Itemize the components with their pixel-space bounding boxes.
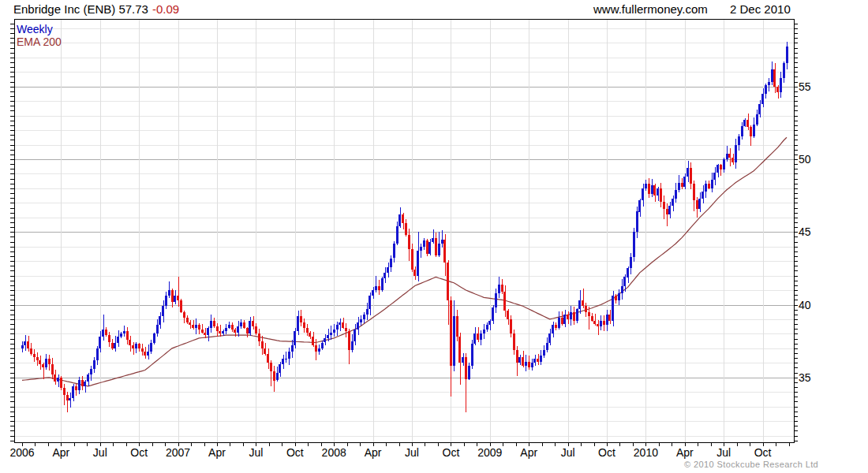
y-axis-label: 55 bbox=[799, 80, 811, 93]
x-axis-label: Apr bbox=[365, 446, 382, 459]
x-axis-label: 2006 bbox=[9, 446, 34, 459]
x-axis-label: Jul bbox=[561, 446, 575, 459]
x-axis-label: Apr bbox=[676, 446, 694, 459]
x-axis-label: 2008 bbox=[322, 446, 346, 459]
x-axis-label: Oct bbox=[443, 446, 460, 459]
x-axis-label: Jul bbox=[249, 446, 263, 459]
x-axis-label: Oct bbox=[130, 446, 148, 459]
x-axis-label: 2010 bbox=[634, 446, 658, 459]
price-chart-canvas: 55504540352006AprJulOct2007AprJulOct2008… bbox=[0, 0, 868, 473]
y-axis-label: 50 bbox=[799, 153, 811, 166]
y-axis-label: 35 bbox=[799, 371, 811, 384]
x-axis-label: Oct bbox=[286, 446, 304, 459]
x-axis-label: 2009 bbox=[477, 446, 502, 459]
x-axis-label: Jul bbox=[93, 446, 107, 459]
x-axis-label: Oct bbox=[754, 446, 772, 459]
x-axis-label: Jul bbox=[716, 446, 731, 459]
x-axis-label: 2007 bbox=[166, 446, 190, 459]
copyright-notice: © 2010 Stockcube Research Ltd bbox=[684, 460, 818, 469]
y-axis-label: 40 bbox=[799, 299, 811, 311]
legend-ema-200: EMA 200 bbox=[17, 35, 62, 48]
x-axis-label: Oct bbox=[598, 446, 615, 459]
x-axis-label: Apr bbox=[520, 446, 537, 459]
x-axis-label: Jul bbox=[405, 446, 419, 459]
chart-page: Enbridge Inc (ENB) 57.73-0.09 www.fuller… bbox=[0, 0, 868, 473]
legend-timeframe: Weekly bbox=[17, 23, 53, 35]
x-axis-label: Apr bbox=[208, 446, 226, 459]
y-axis-label: 45 bbox=[799, 225, 811, 238]
x-axis-label: Apr bbox=[53, 446, 70, 459]
